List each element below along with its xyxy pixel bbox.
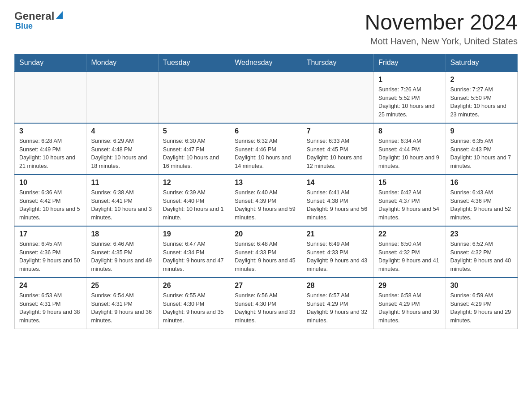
calendar-day: 15Sunrise: 6:42 AMSunset: 4:37 PMDayligh… [374, 175, 446, 226]
day-info: Sunrise: 7:27 AMSunset: 5:50 PMDaylight:… [450, 86, 513, 119]
day-number: 4 [91, 127, 153, 135]
page-header: General Blue November 2024 Mott Haven, N… [14, 11, 518, 47]
calendar-day: 20Sunrise: 6:48 AMSunset: 4:33 PMDayligh… [230, 226, 302, 278]
week-row-3: 10Sunrise: 6:36 AMSunset: 4:42 PMDayligh… [15, 175, 518, 226]
calendar-day: 1Sunrise: 7:26 AMSunset: 5:52 PMDaylight… [374, 72, 446, 123]
day-number: 12 [163, 179, 225, 187]
week-row-2: 3Sunrise: 6:28 AMSunset: 4:49 PMDaylight… [15, 123, 518, 175]
day-info: Sunrise: 6:49 AMSunset: 4:33 PMDaylight:… [307, 240, 369, 274]
calendar-day: 4Sunrise: 6:29 AMSunset: 4:48 PMDaylight… [86, 123, 158, 175]
day-number: 13 [235, 179, 297, 187]
day-info: Sunrise: 6:30 AMSunset: 4:47 PMDaylight:… [163, 137, 225, 171]
calendar-title: November 2024 [365, 11, 518, 34]
title-block: November 2024 Mott Haven, New York, Unit… [365, 11, 518, 47]
day-info: Sunrise: 6:34 AMSunset: 4:44 PMDaylight:… [378, 137, 441, 171]
col-header-wednesday: Wednesday [230, 54, 302, 72]
day-info: Sunrise: 6:57 AMSunset: 4:29 PMDaylight:… [307, 291, 369, 325]
col-header-monday: Monday [86, 54, 158, 72]
calendar-day: 5Sunrise: 6:30 AMSunset: 4:47 PMDaylight… [158, 123, 230, 175]
day-info: Sunrise: 6:35 AMSunset: 4:43 PMDaylight:… [450, 137, 513, 171]
calendar-table: Sunday Monday Tuesday Wednesday Thursday… [14, 54, 518, 329]
day-info: Sunrise: 6:59 AMSunset: 4:29 PMDaylight:… [450, 291, 513, 325]
day-number: 7 [307, 127, 369, 135]
day-number: 14 [307, 179, 369, 187]
calendar-day: 8Sunrise: 6:34 AMSunset: 4:44 PMDaylight… [374, 123, 446, 175]
col-header-thursday: Thursday [302, 54, 373, 72]
day-info: Sunrise: 7:26 AMSunset: 5:52 PMDaylight:… [378, 86, 441, 119]
col-header-saturday: Saturday [446, 54, 517, 72]
calendar-day: 6Sunrise: 6:32 AMSunset: 4:46 PMDaylight… [230, 123, 302, 175]
day-number: 28 [307, 282, 369, 290]
day-info: Sunrise: 6:55 AMSunset: 4:30 PMDaylight:… [163, 291, 225, 325]
calendar-day [158, 72, 230, 123]
day-number: 21 [307, 230, 369, 238]
day-number: 24 [19, 282, 82, 290]
week-row-4: 17Sunrise: 6:45 AMSunset: 4:36 PMDayligh… [15, 226, 518, 278]
day-number: 6 [235, 127, 297, 135]
day-number: 5 [163, 127, 225, 135]
day-info: Sunrise: 6:58 AMSunset: 4:29 PMDaylight:… [378, 291, 441, 325]
day-number: 10 [19, 179, 82, 187]
day-number: 15 [378, 179, 441, 187]
calendar-day: 30Sunrise: 6:59 AMSunset: 4:29 PMDayligh… [446, 278, 517, 329]
calendar-day: 11Sunrise: 6:38 AMSunset: 4:41 PMDayligh… [86, 175, 158, 226]
day-number: 18 [91, 230, 153, 238]
calendar-day: 13Sunrise: 6:40 AMSunset: 4:39 PMDayligh… [230, 175, 302, 226]
calendar-day: 24Sunrise: 6:53 AMSunset: 4:31 PMDayligh… [15, 278, 86, 329]
calendar-day: 22Sunrise: 6:50 AMSunset: 4:32 PMDayligh… [374, 226, 446, 278]
day-info: Sunrise: 6:50 AMSunset: 4:32 PMDaylight:… [378, 240, 441, 274]
calendar-day: 29Sunrise: 6:58 AMSunset: 4:29 PMDayligh… [374, 278, 446, 329]
day-info: Sunrise: 6:54 AMSunset: 4:31 PMDaylight:… [91, 291, 153, 325]
day-number: 29 [378, 282, 441, 290]
calendar-day: 12Sunrise: 6:39 AMSunset: 4:40 PMDayligh… [158, 175, 230, 226]
day-number: 1 [378, 76, 441, 84]
col-header-tuesday: Tuesday [158, 54, 230, 72]
day-info: Sunrise: 6:52 AMSunset: 4:32 PMDaylight:… [450, 240, 513, 274]
day-info: Sunrise: 6:48 AMSunset: 4:33 PMDaylight:… [235, 240, 297, 274]
day-info: Sunrise: 6:43 AMSunset: 4:36 PMDaylight:… [450, 188, 513, 222]
week-row-1: 1Sunrise: 7:26 AMSunset: 5:52 PMDaylight… [15, 72, 518, 123]
day-info: Sunrise: 6:29 AMSunset: 4:48 PMDaylight:… [91, 137, 153, 171]
logo-blue-text: Blue [15, 21, 33, 30]
day-number: 8 [378, 127, 441, 135]
logo-arrow-icon [56, 11, 63, 19]
calendar-day: 19Sunrise: 6:47 AMSunset: 4:34 PMDayligh… [158, 226, 230, 278]
day-number: 23 [450, 230, 513, 238]
day-info: Sunrise: 6:28 AMSunset: 4:49 PMDaylight:… [19, 137, 82, 171]
day-info: Sunrise: 6:40 AMSunset: 4:39 PMDaylight:… [235, 188, 297, 222]
day-info: Sunrise: 6:39 AMSunset: 4:40 PMDaylight:… [163, 188, 225, 222]
day-number: 20 [235, 230, 297, 238]
calendar-day [86, 72, 158, 123]
calendar-day: 21Sunrise: 6:49 AMSunset: 4:33 PMDayligh… [302, 226, 373, 278]
day-info: Sunrise: 6:41 AMSunset: 4:38 PMDaylight:… [307, 188, 369, 222]
calendar-header-row: Sunday Monday Tuesday Wednesday Thursday… [15, 54, 518, 72]
logo-general-text: General [14, 11, 54, 21]
day-info: Sunrise: 6:56 AMSunset: 4:30 PMDaylight:… [235, 291, 297, 325]
day-number: 3 [19, 127, 82, 135]
calendar-day: 3Sunrise: 6:28 AMSunset: 4:49 PMDaylight… [15, 123, 86, 175]
day-number: 9 [450, 127, 513, 135]
calendar-day: 23Sunrise: 6:52 AMSunset: 4:32 PMDayligh… [446, 226, 517, 278]
calendar-day [230, 72, 302, 123]
day-number: 16 [450, 179, 513, 187]
day-number: 30 [450, 282, 513, 290]
calendar-day: 7Sunrise: 6:33 AMSunset: 4:45 PMDaylight… [302, 123, 373, 175]
calendar-day: 9Sunrise: 6:35 AMSunset: 4:43 PMDaylight… [446, 123, 517, 175]
calendar-day: 2Sunrise: 7:27 AMSunset: 5:50 PMDaylight… [446, 72, 517, 123]
day-info: Sunrise: 6:38 AMSunset: 4:41 PMDaylight:… [91, 188, 153, 222]
day-info: Sunrise: 6:45 AMSunset: 4:36 PMDaylight:… [19, 240, 82, 274]
calendar-day: 26Sunrise: 6:55 AMSunset: 4:30 PMDayligh… [158, 278, 230, 329]
day-info: Sunrise: 6:42 AMSunset: 4:37 PMDaylight:… [378, 188, 441, 222]
day-number: 17 [19, 230, 82, 238]
day-info: Sunrise: 6:47 AMSunset: 4:34 PMDaylight:… [163, 240, 225, 274]
calendar-day: 28Sunrise: 6:57 AMSunset: 4:29 PMDayligh… [302, 278, 373, 329]
calendar-day [302, 72, 373, 123]
day-info: Sunrise: 6:46 AMSunset: 4:35 PMDaylight:… [91, 240, 153, 274]
day-info: Sunrise: 6:33 AMSunset: 4:45 PMDaylight:… [307, 137, 369, 171]
week-row-5: 24Sunrise: 6:53 AMSunset: 4:31 PMDayligh… [15, 278, 518, 329]
col-header-sunday: Sunday [15, 54, 86, 72]
calendar-day: 25Sunrise: 6:54 AMSunset: 4:31 PMDayligh… [86, 278, 158, 329]
day-info: Sunrise: 6:32 AMSunset: 4:46 PMDaylight:… [235, 137, 297, 171]
calendar-day: 18Sunrise: 6:46 AMSunset: 4:35 PMDayligh… [86, 226, 158, 278]
calendar-subtitle: Mott Haven, New York, United States [365, 36, 518, 47]
